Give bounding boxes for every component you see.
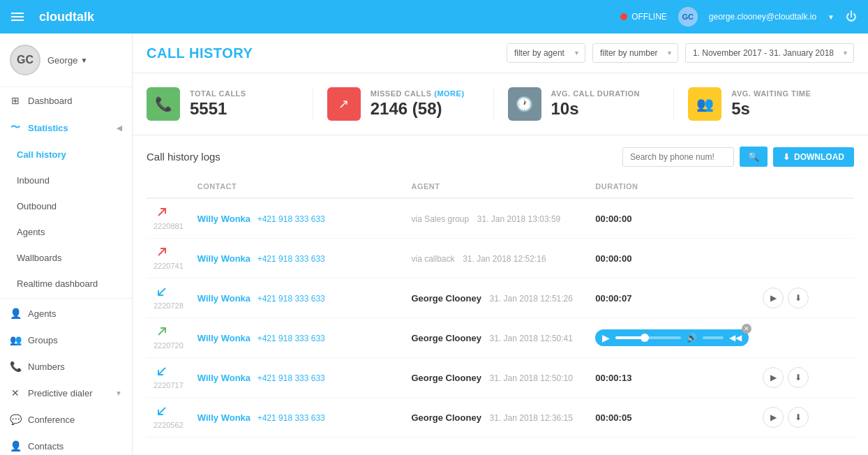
sidebar-item-agents-stat[interactable]: Agents — [0, 219, 132, 245]
contact-name[interactable]: Willy Wonka — [197, 293, 250, 304]
datetime: 31. Jan 2018 12:50:10 — [490, 373, 573, 383]
sidebar-item-numbers[interactable]: 📞 Numbers — [0, 353, 132, 380]
stat-value: 5551 — [190, 99, 246, 119]
contacts-icon: 👤 — [10, 440, 21, 452]
download-button[interactable]: ⬇ DOWNLOAD — [773, 147, 854, 167]
sidebar-item-predictive[interactable]: ✕ Predictive dialer ▼ — [0, 380, 132, 406]
power-icon[interactable]: ⏻ — [846, 10, 857, 23]
table-row: 2220741 Willy Wonka +421 918 333 633 via… — [147, 239, 854, 278]
audio-track[interactable] — [615, 336, 681, 339]
download-label: DOWNLOAD — [794, 152, 844, 162]
play-icon[interactable]: ▶ — [602, 332, 610, 343]
volume-icon[interactable]: 🔊 — [687, 333, 697, 343]
date-range-value: 1. November 2017 - 31. January 2018 — [693, 48, 834, 58]
sidebar-item-agents[interactable]: 👤 Agents — [0, 300, 132, 327]
search-button[interactable]: 🔍 — [740, 147, 768, 167]
sidebar-item-label: Predictive dialer — [28, 388, 93, 398]
contact-phone[interactable]: +421 918 333 633 — [257, 294, 325, 304]
page-title: CALL HISTORY — [147, 45, 253, 61]
contact-name[interactable]: Willy Wonka — [197, 253, 250, 264]
dashboard-icon: ⊞ — [10, 95, 21, 106]
play-button[interactable]: ▶ — [763, 367, 784, 388]
date-range-picker[interactable]: 1. November 2017 - 31. January 2018 — [685, 43, 854, 63]
action-buttons: ▶ ⬇ — [763, 367, 847, 388]
datetime: 31. Jan 2018 12:52:16 — [463, 254, 546, 264]
play-button[interactable]: ▶ — [763, 407, 784, 428]
contact-name[interactable]: Willy Wonka — [197, 373, 250, 383]
call-number: 2220881 — [154, 222, 184, 230]
sidebar-item-inbound[interactable]: Inbound — [0, 167, 132, 193]
logs-title: Call history logs — [147, 151, 220, 163]
stat-info: AVG. CALL DURATION 10s — [551, 89, 641, 119]
sidebar-item-contacts[interactable]: 👤 Contacts — [0, 433, 132, 455]
more-link[interactable]: (MORE) — [434, 89, 464, 98]
download-call-button[interactable]: ⬇ — [788, 407, 809, 428]
audio-close-button[interactable]: ✕ — [742, 324, 751, 334]
sidebar-item-label: Realtime dashboard — [17, 278, 98, 289]
filter-agent-select[interactable]: filter by agent — [507, 43, 585, 63]
table-row: 2220881 Willy Wonka +421 918 333 633 via… — [147, 198, 854, 239]
total-calls-icon: 📞 — [147, 87, 180, 121]
contact-phone[interactable]: +421 918 333 633 — [257, 334, 325, 343]
sidebar-item-groups[interactable]: 👥 Groups — [0, 327, 132, 353]
contact-name[interactable]: Willy Wonka — [197, 214, 250, 224]
sidebar-item-call-history[interactable]: Call history — [0, 142, 132, 167]
download-call-button[interactable]: ⬇ — [788, 367, 809, 388]
volume-track[interactable] — [703, 336, 724, 339]
chevron-down-icon: ▼ — [115, 389, 122, 397]
contact-phone[interactable]: +421 918 333 633 — [257, 214, 325, 224]
stat-label: MISSED CALLS (MORE) — [371, 89, 465, 98]
contact-phone[interactable]: +421 918 333 633 — [257, 254, 325, 264]
audio-end-icon[interactable]: ◀◀ — [729, 333, 742, 343]
duration-value: 00:00:05 — [595, 412, 631, 423]
action-buttons: ▶ ⬇ — [763, 407, 847, 428]
contact-phone[interactable]: +421 918 333 633 — [257, 373, 325, 383]
logo-text: cloudtalk — [39, 10, 94, 24]
avg-waiting-icon: 👥 — [688, 87, 721, 121]
sidebar-item-wallboards[interactable]: Wallboards — [0, 245, 132, 271]
audio-player[interactable]: ✕ ▶ 🔊 ◀◀ — [595, 329, 749, 346]
col-header-duration: DURATION — [588, 178, 756, 198]
sidebar-item-label: Inbound — [17, 175, 50, 186]
date-range-wrapper[interactable]: 1. November 2017 - 31. January 2018 — [685, 43, 854, 63]
predictive-icon: ✕ — [10, 387, 21, 398]
chevron-down-icon[interactable]: ▼ — [80, 57, 87, 64]
sidebar-item-label: Wallboards — [17, 253, 62, 263]
header-filters: filter by agent filter by number 1. Nove… — [507, 43, 854, 63]
sidebar-item-label: Groups — [28, 335, 58, 345]
stat-value: 2146 (58) — [371, 99, 465, 119]
agent-name: George Clooney — [411, 293, 481, 304]
sidebar-item-label: Dashboard — [28, 96, 73, 106]
agent-cell: George Clooney 31. Jan 2018 12:36:15 — [404, 398, 588, 438]
actions-cell — [756, 318, 854, 358]
contact-name[interactable]: Willy Wonka — [197, 333, 250, 343]
sidebar-item-dashboard[interactable]: ⊞ Dashboard — [0, 87, 132, 114]
actions-cell: ▶ ⬇ — [756, 398, 854, 438]
actions-cell: ▶ ⬇ — [756, 358, 854, 398]
duration-value: 00:00:00 — [595, 253, 631, 264]
sidebar-item-outbound[interactable]: Outbound — [0, 193, 132, 219]
topnav-right: OFFLINE GC george.clooney@cloudtalk.io ▼… — [620, 7, 857, 27]
contact-name[interactable]: Willy Wonka — [197, 412, 250, 423]
main-content: CALL HISTORY filter by agent filter by n… — [133, 33, 868, 455]
contact-phone[interactable]: +421 918 333 633 — [257, 413, 325, 423]
groups-icon: 👥 — [10, 334, 21, 345]
sidebar-item-statistics[interactable]: 〜 Statistics ◀ — [0, 114, 132, 142]
search-input[interactable] — [622, 147, 734, 167]
chevron-down-icon[interactable]: ▼ — [828, 13, 835, 21]
hamburger-menu[interactable] — [11, 13, 24, 21]
call-type-icon — [154, 325, 170, 340]
table-row: 2220562 Willy Wonka +421 918 333 633 Geo… — [147, 398, 854, 438]
duration-value: 00:00:13 — [595, 373, 631, 383]
play-button[interactable]: ▶ — [763, 288, 784, 308]
col-header-actions — [756, 178, 854, 198]
sidebar-item-label: Agents — [17, 227, 45, 237]
sidebar-item-conference[interactable]: 💬 Conference — [0, 406, 132, 433]
sidebar-item-label: Conference — [28, 415, 75, 425]
duration-cell: 00:00:13 — [588, 358, 756, 398]
table-row: 2220717 Willy Wonka +421 918 333 633 Geo… — [147, 358, 854, 398]
sidebar-item-realtime[interactable]: Realtime dashboard — [0, 271, 132, 297]
download-call-button[interactable]: ⬇ — [788, 288, 809, 308]
call-type-icon — [154, 405, 170, 419]
filter-number-select[interactable]: filter by number — [592, 43, 678, 63]
